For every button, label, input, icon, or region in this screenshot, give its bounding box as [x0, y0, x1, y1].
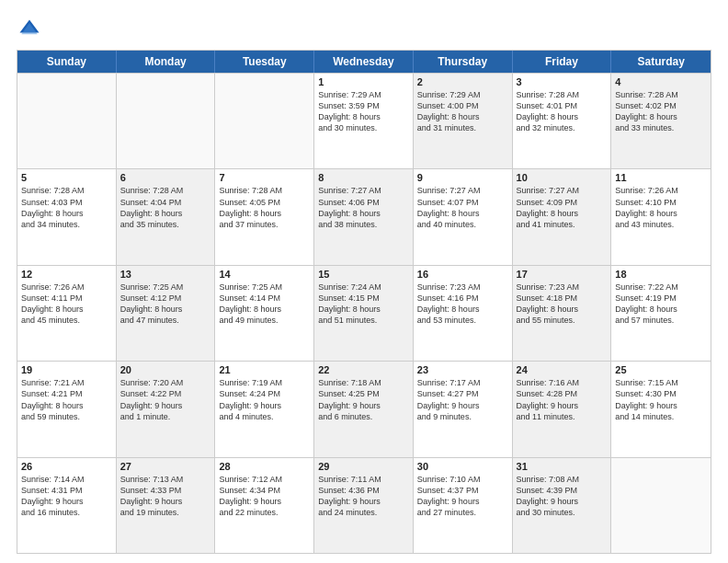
day-number: 23 [417, 364, 508, 375]
cal-cell: 13Sunrise: 7:25 AM Sunset: 4:12 PM Dayli… [117, 266, 216, 361]
day-number: 10 [517, 172, 608, 183]
day-header-saturday: Saturday [611, 51, 711, 73]
cal-cell: 9Sunrise: 7:27 AM Sunset: 4:07 PM Daylig… [414, 169, 513, 264]
day-number: 18 [615, 269, 707, 280]
cal-cell: 31Sunrise: 7:08 AM Sunset: 4:39 PM Dayli… [513, 458, 612, 553]
cal-cell: 24Sunrise: 7:16 AM Sunset: 4:28 PM Dayli… [513, 362, 612, 456]
week-row-4: 19Sunrise: 7:21 AM Sunset: 4:21 PM Dayli… [17, 361, 711, 456]
cell-info: Sunrise: 7:26 AM Sunset: 4:11 PM Dayligh… [21, 282, 112, 327]
cell-info: Sunrise: 7:21 AM Sunset: 4:21 PM Dayligh… [21, 377, 112, 422]
calendar-body: 1Sunrise: 7:29 AM Sunset: 3:59 PM Daylig… [17, 73, 711, 553]
cal-cell [17, 74, 117, 168]
cal-cell: 1Sunrise: 7:29 AM Sunset: 3:59 PM Daylig… [314, 74, 414, 168]
cell-info: Sunrise: 7:23 AM Sunset: 4:16 PM Dayligh… [417, 282, 508, 327]
day-number: 24 [517, 364, 608, 375]
cal-cell: 7Sunrise: 7:28 AM Sunset: 4:05 PM Daylig… [215, 169, 314, 264]
cell-info: Sunrise: 7:22 AM Sunset: 4:19 PM Dayligh… [615, 282, 707, 327]
cal-cell: 23Sunrise: 7:17 AM Sunset: 4:27 PM Dayli… [414, 362, 513, 456]
day-number: 6 [120, 172, 211, 183]
week-row-5: 26Sunrise: 7:14 AM Sunset: 4:31 PM Dayli… [17, 457, 711, 553]
cell-info: Sunrise: 7:27 AM Sunset: 4:09 PM Dayligh… [517, 185, 608, 230]
cal-cell: 22Sunrise: 7:18 AM Sunset: 4:25 PM Dayli… [314, 362, 414, 456]
cell-info: Sunrise: 7:14 AM Sunset: 4:31 PM Dayligh… [21, 474, 112, 519]
day-header-wednesday: Wednesday [314, 51, 414, 73]
day-number: 25 [615, 364, 707, 375]
day-header-monday: Monday [117, 51, 216, 73]
cell-info: Sunrise: 7:25 AM Sunset: 4:12 PM Dayligh… [120, 282, 211, 327]
header [17, 17, 711, 42]
cal-cell: 11Sunrise: 7:26 AM Sunset: 4:10 PM Dayli… [611, 169, 711, 264]
day-header-sunday: Sunday [17, 51, 117, 73]
cell-info: Sunrise: 7:16 AM Sunset: 4:28 PM Dayligh… [517, 377, 608, 422]
day-number: 3 [517, 76, 608, 87]
cal-cell: 16Sunrise: 7:23 AM Sunset: 4:16 PM Dayli… [414, 266, 513, 361]
cal-cell: 8Sunrise: 7:27 AM Sunset: 4:06 PM Daylig… [314, 169, 414, 264]
logo-icon [17, 17, 42, 42]
day-number: 12 [21, 269, 112, 280]
day-header-tuesday: Tuesday [215, 51, 314, 73]
week-row-2: 5Sunrise: 7:28 AM Sunset: 4:03 PM Daylig… [17, 168, 711, 264]
day-number: 29 [318, 461, 409, 472]
cell-info: Sunrise: 7:15 AM Sunset: 4:30 PM Dayligh… [615, 377, 707, 422]
cal-cell: 2Sunrise: 7:29 AM Sunset: 4:00 PM Daylig… [414, 74, 513, 168]
cell-info: Sunrise: 7:28 AM Sunset: 4:01 PM Dayligh… [517, 89, 608, 134]
cell-info: Sunrise: 7:28 AM Sunset: 4:05 PM Dayligh… [219, 185, 310, 230]
cell-info: Sunrise: 7:11 AM Sunset: 4:36 PM Dayligh… [318, 474, 409, 519]
cal-cell: 3Sunrise: 7:28 AM Sunset: 4:01 PM Daylig… [513, 74, 612, 168]
cell-info: Sunrise: 7:10 AM Sunset: 4:37 PM Dayligh… [417, 474, 508, 519]
cell-info: Sunrise: 7:28 AM Sunset: 4:02 PM Dayligh… [615, 89, 707, 134]
cal-cell: 26Sunrise: 7:14 AM Sunset: 4:31 PM Dayli… [17, 458, 117, 553]
cell-info: Sunrise: 7:29 AM Sunset: 3:59 PM Dayligh… [318, 89, 409, 134]
day-number: 2 [417, 76, 508, 87]
cal-cell: 18Sunrise: 7:22 AM Sunset: 4:19 PM Dayli… [611, 266, 711, 361]
cal-cell [611, 458, 711, 553]
cal-cell: 15Sunrise: 7:24 AM Sunset: 4:15 PM Dayli… [314, 266, 414, 361]
calendar-header: SundayMondayTuesdayWednesdayThursdayFrid… [17, 51, 711, 73]
day-number: 11 [615, 172, 707, 183]
cal-cell: 28Sunrise: 7:12 AM Sunset: 4:34 PM Dayli… [215, 458, 314, 553]
cal-cell: 27Sunrise: 7:13 AM Sunset: 4:33 PM Dayli… [117, 458, 216, 553]
cell-info: Sunrise: 7:27 AM Sunset: 4:07 PM Dayligh… [417, 185, 508, 230]
cell-info: Sunrise: 7:25 AM Sunset: 4:14 PM Dayligh… [219, 282, 310, 327]
week-row-3: 12Sunrise: 7:26 AM Sunset: 4:11 PM Dayli… [17, 265, 711, 361]
cal-cell: 14Sunrise: 7:25 AM Sunset: 4:14 PM Dayli… [215, 266, 314, 361]
day-number: 19 [21, 364, 112, 375]
cell-info: Sunrise: 7:27 AM Sunset: 4:06 PM Dayligh… [318, 185, 409, 230]
day-header-friday: Friday [513, 51, 612, 73]
day-number: 30 [417, 461, 508, 472]
cell-info: Sunrise: 7:23 AM Sunset: 4:18 PM Dayligh… [517, 282, 608, 327]
cell-info: Sunrise: 7:12 AM Sunset: 4:34 PM Dayligh… [219, 474, 310, 519]
day-number: 17 [517, 269, 608, 280]
day-header-thursday: Thursday [414, 51, 513, 73]
day-number: 14 [219, 269, 310, 280]
logo [17, 17, 46, 42]
day-number: 27 [120, 461, 211, 472]
day-number: 16 [417, 269, 508, 280]
cell-info: Sunrise: 7:24 AM Sunset: 4:15 PM Dayligh… [318, 282, 409, 327]
day-number: 5 [21, 172, 112, 183]
cal-cell: 21Sunrise: 7:19 AM Sunset: 4:24 PM Dayli… [215, 362, 314, 456]
cal-cell [117, 74, 216, 168]
cell-info: Sunrise: 7:28 AM Sunset: 4:03 PM Dayligh… [21, 185, 112, 230]
cell-info: Sunrise: 7:19 AM Sunset: 4:24 PM Dayligh… [219, 377, 310, 422]
cell-info: Sunrise: 7:29 AM Sunset: 4:00 PM Dayligh… [417, 89, 508, 134]
cal-cell: 30Sunrise: 7:10 AM Sunset: 4:37 PM Dayli… [414, 458, 513, 553]
day-number: 26 [21, 461, 112, 472]
day-number: 21 [219, 364, 310, 375]
day-number: 20 [120, 364, 211, 375]
day-number: 31 [517, 461, 608, 472]
day-number: 9 [417, 172, 508, 183]
cal-cell: 17Sunrise: 7:23 AM Sunset: 4:18 PM Dayli… [513, 266, 612, 361]
cal-cell: 12Sunrise: 7:26 AM Sunset: 4:11 PM Dayli… [17, 266, 117, 361]
cell-info: Sunrise: 7:28 AM Sunset: 4:04 PM Dayligh… [120, 185, 211, 230]
calendar: SundayMondayTuesdayWednesdayThursdayFrid… [17, 50, 711, 554]
day-number: 22 [318, 364, 409, 375]
day-number: 8 [318, 172, 409, 183]
cal-cell: 4Sunrise: 7:28 AM Sunset: 4:02 PM Daylig… [611, 74, 711, 168]
cal-cell: 29Sunrise: 7:11 AM Sunset: 4:36 PM Dayli… [314, 458, 414, 553]
cell-info: Sunrise: 7:18 AM Sunset: 4:25 PM Dayligh… [318, 377, 409, 422]
cell-info: Sunrise: 7:13 AM Sunset: 4:33 PM Dayligh… [120, 474, 211, 519]
day-number: 4 [615, 76, 707, 87]
cal-cell: 6Sunrise: 7:28 AM Sunset: 4:04 PM Daylig… [117, 169, 216, 264]
cal-cell: 10Sunrise: 7:27 AM Sunset: 4:09 PM Dayli… [513, 169, 612, 264]
